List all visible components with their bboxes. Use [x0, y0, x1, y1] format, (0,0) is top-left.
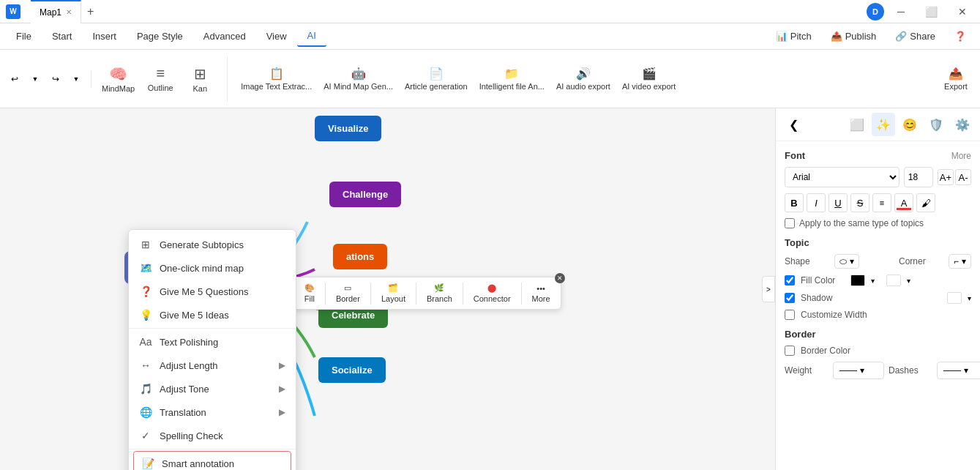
highlight-btn[interactable]: 🖌 [916, 193, 935, 212]
shadow-dropdown[interactable]: ▾ [968, 294, 971, 302]
tab-file[interactable]: File [6, 26, 42, 46]
fill-color-swatch[interactable] [850, 275, 865, 286]
corner-label: Corner [899, 256, 943, 266]
panel-emoji-btn[interactable]: 😊 [898, 113, 921, 136]
mindmap-btn[interactable]: 🧠 MindMap [97, 62, 139, 96]
dashes-select[interactable]: —— ▾ [937, 362, 980, 379]
publish-btn[interactable]: 📤 Publish [823, 27, 885, 45]
font-color-btn[interactable]: A [894, 193, 913, 212]
more-float-icon: ••• [536, 284, 545, 293]
weight-select[interactable]: —— ▾ [833, 362, 884, 379]
node-socialize[interactable]: Socialize [318, 357, 386, 383]
connector-float-btn[interactable]: ⬤ Connector [469, 280, 515, 306]
outline-btn[interactable]: ≡ Outline [142, 62, 179, 95]
menu-spelling-check[interactable]: ✓ Spelling Check [129, 424, 296, 447]
tab-advanced[interactable]: Advanced [193, 26, 256, 46]
fill-color-checkbox[interactable] [785, 275, 795, 286]
font-name-select[interactable]: Arial [785, 167, 899, 187]
customize-width-checkbox[interactable] [785, 310, 795, 320]
more-float-btn[interactable]: ••• More [528, 281, 555, 306]
spelling-check-icon: ✓ [139, 430, 152, 441]
tab-insert[interactable]: Insert [82, 26, 127, 46]
panel-shield-btn[interactable]: 🛡️ [924, 113, 948, 136]
menu-adjust-length[interactable]: ↔ Adjust Length ▶ [129, 354, 296, 377]
minimize-btn[interactable]: ─ [890, 0, 912, 23]
image-extract-btn[interactable]: 📋 Image Text Extrac... [236, 64, 316, 94]
menu-smart-annotation[interactable]: 📝 Smart annotation [133, 451, 291, 470]
tab-ai[interactable]: AI [297, 26, 326, 47]
article-gen-btn[interactable]: 📄 Article generation [400, 64, 472, 94]
layout-float-btn[interactable]: 🗂️ Layout [377, 280, 410, 306]
menu-give-5-ideas[interactable]: 💡 Give Me 5 Ideas [129, 303, 296, 327]
restore-btn[interactable]: ⬜ [918, 0, 945, 23]
new-tab-btn[interactable]: + [81, 5, 100, 18]
border-section-title: Border [785, 329, 816, 340]
text-polishing-label: Text Polishing [160, 337, 218, 348]
adjust-tone-arrow: ▶ [279, 384, 285, 394]
menu-adjust-tone[interactable]: 🎵 Adjust Tone ▶ [129, 377, 296, 400]
font-decrease-btn[interactable]: A- [955, 169, 971, 185]
kanban-btn[interactable]: ⊞ Kan [182, 62, 218, 96]
menu-give-5-questions[interactable]: ❓ Give Me 5 Questions [129, 280, 296, 303]
ai-video-btn[interactable]: 🎬 AI video export [618, 64, 680, 94]
fill-color-dropdown[interactable]: ▾ [871, 277, 875, 285]
menu-divider-2 [129, 449, 296, 450]
intelligent-file-btn[interactable]: 📁 Intelligent file An... [475, 64, 549, 94]
redo-dropdown-btn[interactable]: ▼ [67, 70, 85, 88]
fill-float-btn[interactable]: 🎨 Fill [300, 280, 319, 306]
font-more-btn[interactable]: More [951, 151, 971, 161]
panel-more-btn[interactable]: ⚙️ [951, 113, 974, 136]
panel-icon-row: ❮ ⬜ ✨ 😊 🛡️ ⚙️ [776, 108, 980, 141]
border-float-btn[interactable]: ▭ Border [332, 280, 364, 306]
close-float-btn[interactable]: ✕ [555, 273, 565, 283]
export-btn[interactable]: 📤 Export [938, 64, 974, 94]
close-btn[interactable]: ✕ [951, 0, 974, 23]
menu-generate-subtopics[interactable]: ⊞ Generate Subtopics [129, 233, 296, 256]
border-color-checkbox[interactable] [785, 346, 795, 356]
node-visualize[interactable]: Visualize [315, 116, 381, 141]
strikethrough-btn[interactable]: S [850, 193, 869, 212]
tab-page-style[interactable]: Page Style [127, 26, 193, 46]
fill-color-dropdown-2[interactable]: ▾ [907, 277, 910, 285]
help-btn[interactable]: ❓ [946, 27, 974, 45]
branch-float-btn[interactable]: 🌿 Branch [422, 280, 457, 306]
corner-select[interactable]: ⌐ ▾ [949, 254, 971, 269]
expand-right-panel-btn[interactable]: > [762, 276, 775, 302]
italic-btn[interactable]: I [807, 193, 826, 212]
kanban-icon: ⊞ [194, 65, 206, 83]
shadow-checkbox[interactable] [785, 293, 795, 303]
menu-one-click-mindmap[interactable]: 🗺️ One-click mind map [129, 256, 296, 280]
panel-collapse-btn[interactable]: ❮ [782, 113, 805, 136]
font-size-input[interactable] [904, 167, 933, 187]
adjust-tone-icon: 🎵 [139, 383, 152, 395]
redo-btn[interactable]: ↪ [47, 70, 64, 88]
align-btn[interactable]: ≡ [872, 193, 891, 212]
panel-format-btn[interactable]: ⬜ [845, 113, 869, 136]
tab-close-btn[interactable]: ✕ [66, 8, 72, 16]
tab-view[interactable]: View [256, 26, 297, 46]
translation-label: Translation [160, 407, 206, 418]
bold-btn[interactable]: B [785, 193, 804, 212]
tab-start[interactable]: Start [42, 26, 82, 46]
undo-btn[interactable]: ↩ [6, 70, 23, 88]
canvas-area[interactable]: ur Self-Confidence Visualize Challenge a… [0, 108, 775, 470]
menu-text-polishing[interactable]: Aa Text Polishing [129, 330, 296, 354]
share-btn[interactable]: 🔗 Share [887, 27, 943, 45]
fill-color-swatch-2[interactable] [886, 275, 901, 286]
node-challenge[interactable]: Challenge [329, 182, 401, 207]
shape-select[interactable]: ⬭ ▾ [834, 254, 859, 269]
ai-mindmap-btn[interactable]: 🤖 AI Mind Map Gen... [319, 64, 397, 94]
undo-dropdown-btn[interactable]: ▼ [26, 70, 44, 88]
ai-audio-btn[interactable]: 🔊 AI audio export [552, 64, 615, 94]
same-topic-checkbox[interactable] [785, 218, 795, 228]
menu-divider-1 [129, 328, 296, 329]
menu-translation[interactable]: 🌐 Translation ▶ [129, 400, 296, 424]
border-color-label: Border Color [801, 346, 850, 356]
node-formations[interactable]: ations [333, 244, 387, 269]
panel-ai-btn[interactable]: ✨ [872, 113, 895, 136]
pitch-btn[interactable]: 📊 Pitch [768, 27, 820, 45]
font-increase-btn[interactable]: A+ [938, 169, 954, 185]
shadow-color-swatch[interactable] [947, 292, 962, 304]
active-tab[interactable]: Map1 ✕ [31, 0, 81, 23]
underline-btn[interactable]: U [828, 193, 848, 212]
